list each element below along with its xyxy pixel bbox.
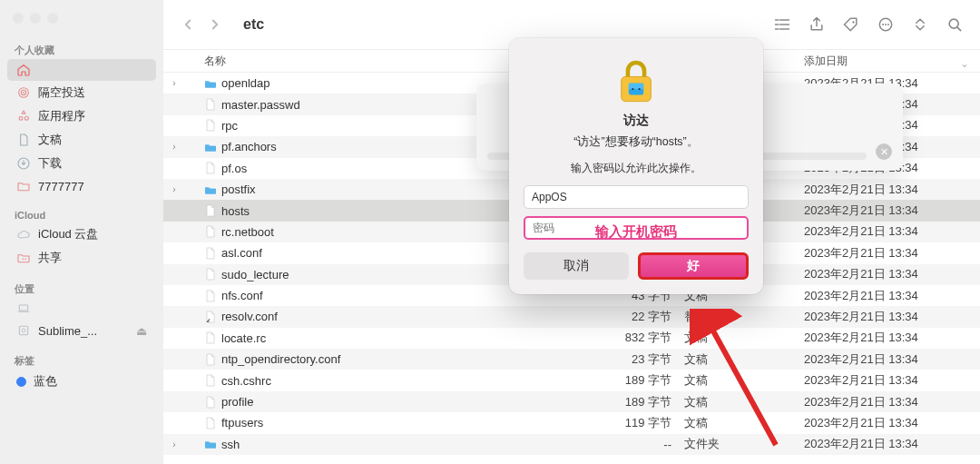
- svg-point-11: [882, 24, 884, 25]
- file-row[interactable]: locate.rc 832 字节 文稿 2023年2月21日 13:34: [163, 328, 980, 349]
- sidebar-section-locations: 位置: [7, 279, 156, 298]
- disclosure-triangle[interactable]: ›: [169, 184, 180, 194]
- folder-icon: [203, 140, 218, 154]
- file-kind: 文稿: [679, 415, 799, 431]
- auth-dialog: 访达 “访达”想要移动“hosts”。 输入密码以允许此次操作。 输入开机密码 …: [509, 38, 763, 294]
- file-name: resolv.conf: [221, 310, 278, 323]
- file-size: --: [615, 438, 679, 451]
- svg-point-12: [885, 24, 887, 25]
- file-kind: 替身: [679, 309, 799, 325]
- svg-rect-6: [19, 305, 27, 311]
- nav-forward-button[interactable]: [203, 13, 227, 36]
- file-icon: [203, 118, 218, 133]
- lock-icon: [610, 54, 662, 107]
- file-size: 119 字节: [615, 415, 679, 431]
- svg-point-18: [632, 88, 633, 90]
- sidebar: 个人收藏 隔空投送应用程序文稿下载7777777 iCloud iCloud 云…: [0, 0, 163, 464]
- file-size: 189 字节: [615, 372, 679, 389]
- svg-point-2: [23, 92, 24, 94]
- file-row[interactable]: resolv.conf 22 字节 替身 2023年2月21日 13:34: [163, 306, 980, 327]
- file-name: csh.cshrc: [221, 374, 271, 388]
- file-icon: [203, 416, 218, 430]
- file-row[interactable]: csh.cshrc 189 字节 文稿 2023年2月21日 13:34: [163, 370, 980, 390]
- sidebar-item-label: 共享: [38, 250, 62, 266]
- sidebar-item-icloud-1[interactable]: 共享: [7, 246, 156, 270]
- svg-point-8: [22, 329, 25, 332]
- file-date: 2023年2月21日 13:34: [799, 202, 980, 219]
- dialog-message: “访达”想要移动“hosts”。: [524, 134, 749, 150]
- file-kind: 文件夹: [679, 436, 799, 452]
- main-pane: etc 名称 种类 添加日期⌄ › openldap 2023年2月21日 13…: [163, 0, 980, 464]
- file-name: pf.anchors: [221, 140, 277, 153]
- file-name: pf.os: [221, 162, 247, 175]
- sidebar-item-fav-0[interactable]: [7, 59, 156, 81]
- file-icon: [203, 246, 218, 261]
- sidebar-item-label: iCloud 云盘: [38, 226, 98, 242]
- disclosure-triangle[interactable]: ›: [169, 142, 180, 152]
- file-name: rc.netboot: [221, 225, 274, 239]
- sidebar-item-icloud-0[interactable]: iCloud 云盘: [7, 222, 156, 246]
- sidebar-item-label: 文稿: [38, 132, 62, 148]
- file-row[interactable]: profile 189 字节 文稿 2023年2月21日 13:34: [163, 391, 980, 412]
- file-name: profile: [221, 395, 253, 409]
- password-input[interactable]: [524, 216, 749, 240]
- column-date[interactable]: 添加日期⌄: [799, 54, 980, 69]
- close-window-button[interactable]: [13, 13, 24, 24]
- search-button[interactable]: [942, 12, 967, 37]
- airdrop-icon: [16, 85, 31, 100]
- file-kind: 文稿: [679, 330, 799, 346]
- sidebar-item-fav-1[interactable]: 隔空投送: [7, 81, 156, 104]
- disclosure-triangle[interactable]: ›: [169, 78, 180, 88]
- file-row[interactable]: › ssh -- 文件夹 2023年2月21日 13:34: [163, 434, 980, 455]
- file-date: 2023年2月21日 13:34: [799, 223, 980, 240]
- username-input[interactable]: [524, 185, 749, 209]
- sidebar-section-icloud: iCloud: [7, 206, 156, 222]
- zoom-window-button[interactable]: [47, 13, 58, 24]
- tags-button[interactable]: [838, 12, 864, 37]
- cancel-button[interactable]: 取消: [524, 252, 629, 280]
- minimize-window-button[interactable]: [30, 13, 41, 24]
- view-options-button[interactable]: [769, 12, 795, 37]
- sidebar-item-fav-3[interactable]: 文稿: [7, 128, 156, 152]
- cancel-progress-button[interactable]: ✕: [876, 143, 892, 160]
- sidebar-tag-0[interactable]: 蓝色: [7, 370, 156, 393]
- share-button[interactable]: [804, 12, 829, 37]
- file-date: 2023年2月21日 13:34: [799, 288, 980, 304]
- laptop-icon: [16, 301, 31, 316]
- file-row[interactable]: ntp_opendirectory.conf 23 字节 文稿 2023年2月2…: [163, 349, 980, 370]
- ok-button[interactable]: 好: [638, 252, 749, 280]
- sidebar-section-tags: 标签: [7, 350, 156, 370]
- sidebar-item-loc-1[interactable]: Sublime_...⏏: [7, 320, 156, 341]
- folder-icon: [203, 183, 218, 197]
- file-row[interactable]: ftpusers 119 字节 文稿 2023年2月21日 13:34: [163, 412, 980, 433]
- nav-back-button[interactable]: [176, 13, 200, 36]
- file-icon: [203, 224, 218, 239]
- file-size: 189 字节: [615, 394, 679, 410]
- file-name: nfs.conf: [221, 289, 263, 302]
- sidebar-item-label: Sublime_...: [38, 324, 97, 338]
- dialog-hint: 输入密码以允许此次操作。: [524, 161, 749, 176]
- folder-icon: [203, 76, 218, 91]
- sidebar-item-loc-0[interactable]: [7, 298, 156, 320]
- expand-button[interactable]: [907, 12, 933, 37]
- sidebar-item-fav-2[interactable]: 应用程序: [7, 104, 156, 128]
- file-size: 22 字节: [615, 309, 679, 325]
- download-icon: [16, 156, 31, 171]
- finder-window: 个人收藏 隔空投送应用程序文稿下载7777777 iCloud iCloud 云…: [0, 0, 980, 464]
- sidebar-item-fav-5[interactable]: 7777777: [7, 175, 156, 197]
- action-menu-button[interactable]: [873, 12, 898, 37]
- file-date: 2023年2月21日 13:34: [799, 415, 980, 431]
- tag-dot-icon: [16, 377, 26, 387]
- sidebar-item-label: 应用程序: [38, 108, 85, 124]
- svg-point-14: [949, 19, 958, 28]
- path-title: etc: [243, 16, 264, 33]
- file-date: 2023年2月21日 13:34: [799, 436, 980, 452]
- file-date: 2023年2月21日 13:34: [799, 182, 980, 198]
- disclosure-triangle[interactable]: ›: [169, 439, 180, 449]
- shared-icon: [16, 251, 31, 265]
- sidebar-item-fav-4[interactable]: 下载: [7, 152, 156, 175]
- folder-icon: [203, 437, 218, 451]
- eject-icon[interactable]: ⏏: [136, 324, 147, 338]
- svg-rect-17: [629, 84, 643, 89]
- window-traffic-lights: [7, 9, 156, 40]
